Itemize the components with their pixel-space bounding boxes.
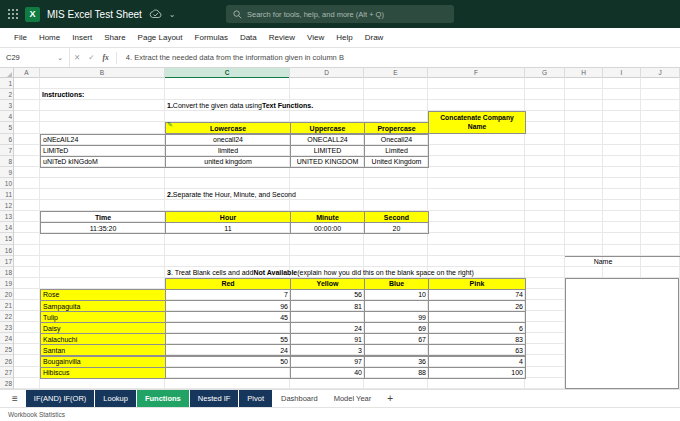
document-title[interactable]: MIS Excel Test Sheet	[47, 9, 142, 20]
name-box[interactable]: C29 ⌄	[0, 48, 70, 67]
menu-item-view[interactable]: View	[301, 33, 330, 42]
cancel-icon[interactable]: ✕	[70, 53, 84, 62]
formula-bar-divider	[116, 52, 117, 64]
column-header-C[interactable]: C	[165, 68, 290, 78]
select-all-corner[interactable]	[0, 68, 14, 78]
search-input[interactable]	[247, 10, 447, 19]
menu-item-formulas[interactable]: Formulas	[189, 33, 234, 42]
row-header-16[interactable]: 16	[0, 245, 12, 256]
cell-C18[interactable]: 3. Treat Blank cells and add Not Availab…	[165, 267, 290, 278]
sheet-tab-if-and-if-or[interactable]: IF(AND) IF(OR)	[26, 390, 95, 407]
workbook-statistics-button[interactable]: Workbook Statistics	[8, 411, 65, 418]
column-header-I[interactable]: I	[603, 68, 641, 78]
cell-C8[interactable]: united kingdom	[165, 156, 291, 168]
cell-C11[interactable]: 2.Separate the Hour, Minute, and Second	[165, 189, 290, 200]
formula-input[interactable]: 4. Extract the needed data from the info…	[120, 53, 344, 62]
row-header-18[interactable]: 18	[0, 267, 12, 278]
sheet-menu-icon[interactable]: ≡	[4, 390, 26, 407]
row-header-15[interactable]: 15	[0, 233, 12, 244]
row-header-4[interactable]: 4	[0, 111, 12, 122]
cell-D27[interactable]: 40	[290, 367, 365, 379]
menu-item-file[interactable]: File	[8, 33, 33, 42]
menu-item-help[interactable]: Help	[330, 33, 358, 42]
row-header-9[interactable]: 9	[0, 167, 12, 178]
row-header-26[interactable]: 26	[0, 356, 12, 367]
column-header-F[interactable]: F	[428, 68, 525, 78]
sheet-tab-pivot[interactable]: Pivot	[239, 390, 272, 407]
insert-function-icon[interactable]: fx	[99, 53, 113, 62]
menu-item-data[interactable]: Data	[234, 33, 263, 42]
menu-item-review[interactable]: Review	[263, 33, 301, 42]
menu-item-insert[interactable]: Insert	[66, 33, 98, 42]
menu-item-page-layout[interactable]: Page Layout	[132, 33, 189, 42]
row-header-13[interactable]: 13	[0, 211, 12, 222]
sheet-tab-lookup[interactable]: Lookup	[95, 390, 136, 407]
menu-item-draw[interactable]: Draw	[359, 33, 390, 42]
cell-E14[interactable]: 20	[364, 222, 429, 234]
explanation-answer-box[interactable]	[565, 278, 679, 389]
menu-item-share[interactable]: Share	[98, 33, 131, 42]
enter-icon[interactable]: ✓	[84, 53, 98, 62]
column-header-A[interactable]: A	[14, 68, 40, 78]
row-header-7[interactable]: 7	[0, 145, 12, 156]
cell-B27[interactable]: Hibiscus	[40, 367, 166, 379]
search-bar[interactable]	[226, 5, 454, 23]
menu-item-home[interactable]: Home	[33, 33, 66, 42]
cell-F4[interactable]: Concatenate Company Name	[428, 111, 526, 134]
sheet-tab-dashboard[interactable]: Dashboard	[273, 390, 326, 407]
row-header-3[interactable]: 3	[0, 100, 12, 111]
cell-B8[interactable]: uNITeD kINGdoM	[40, 156, 166, 168]
sheet-tab-model-year[interactable]: Model Year	[326, 390, 380, 407]
row-header-12[interactable]: 12	[0, 200, 12, 211]
edit-cursor-icon: ✎	[167, 121, 173, 129]
name-box-chevron-down-icon[interactable]: ⌄	[57, 54, 63, 62]
cell-B14[interactable]: 11:35:20	[40, 222, 166, 234]
sheet-tab-nested-if[interactable]: Nested IF	[190, 390, 239, 407]
row-header-17[interactable]: 17	[0, 256, 12, 267]
add-sheet-icon[interactable]: +	[379, 390, 401, 407]
row-header-21[interactable]: 21	[0, 300, 12, 311]
row-header-11[interactable]: 11	[0, 189, 12, 200]
cell-B2[interactable]: Instructions:	[40, 89, 165, 100]
row-header-25[interactable]: 25	[0, 344, 12, 355]
row-header-8[interactable]: 8	[0, 156, 12, 167]
row-header-14[interactable]: 14	[0, 222, 12, 233]
cell-E8[interactable]: United Kingdom	[364, 156, 429, 168]
cell-E27[interactable]: 88	[364, 367, 429, 379]
cell-D14[interactable]: 00:00:00	[290, 222, 365, 234]
column-header-J[interactable]: J	[641, 68, 680, 78]
column-header-E[interactable]: E	[364, 68, 428, 78]
column-headers: ABCDEFGHIJ	[0, 68, 680, 78]
cell-text-part: Separate the Hour, Minute, and Second	[173, 191, 296, 198]
title-chevron-down-icon[interactable]: ⌄	[169, 10, 176, 19]
row-header-5[interactable]: 5	[0, 122, 12, 133]
row-header-28[interactable]: 28	[0, 378, 12, 389]
formula-bar: C29 ⌄ ✕ ✓ fx 4. Extract the needed data …	[0, 48, 680, 68]
sheet-tab-bar: ≡ IF(AND) IF(OR)LookupFunctionsNested IF…	[0, 389, 680, 407]
row-header-10[interactable]: 10	[0, 178, 12, 189]
sheet-tab-functions[interactable]: Functions	[137, 390, 189, 407]
cell-F27[interactable]: 100	[428, 367, 526, 379]
row-header-27[interactable]: 27	[0, 367, 12, 378]
row-header-24[interactable]: 24	[0, 333, 12, 344]
row-header-22[interactable]: 22	[0, 311, 12, 322]
column-header-H[interactable]: H	[565, 68, 603, 78]
cell-D8[interactable]: UNITED KINGDOM	[290, 156, 365, 168]
column-header-G[interactable]: G	[525, 68, 565, 78]
excel-icon[interactable]: X	[25, 7, 40, 22]
row-header-19[interactable]: 19	[0, 278, 12, 289]
row-header-6[interactable]: 6	[0, 134, 12, 145]
row-header-23[interactable]: 23	[0, 322, 12, 333]
column-header-B[interactable]: B	[40, 68, 165, 78]
cell-C27[interactable]	[165, 367, 291, 379]
cell-C3[interactable]: 1.Convert the given data using Text Func…	[165, 100, 290, 111]
row-header-1[interactable]: 1	[0, 78, 12, 89]
column-header-D[interactable]: D	[290, 68, 364, 78]
cell-H17[interactable]: Name	[565, 256, 641, 267]
search-icon	[233, 10, 242, 19]
row-header-20[interactable]: 20	[0, 289, 12, 300]
app-launcher-icon[interactable]	[8, 9, 18, 19]
cell-C14[interactable]: 11	[165, 222, 291, 234]
row-header-2[interactable]: 2	[0, 89, 12, 100]
excel-web-app: X MIS Excel Test Sheet ⌄ File Home Inser…	[0, 0, 680, 421]
